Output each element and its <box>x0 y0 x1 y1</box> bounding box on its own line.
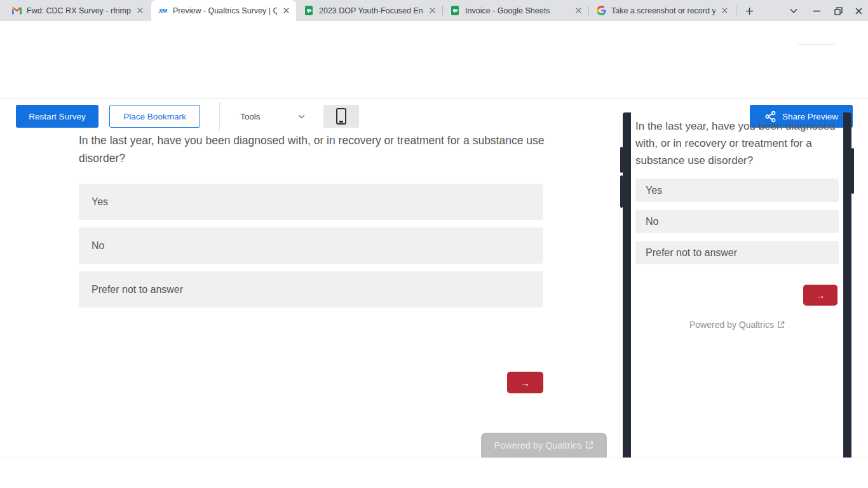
tools-dropdown[interactable]: Tools <box>229 105 311 128</box>
tab-separator <box>736 6 736 15</box>
phone-power-button <box>851 148 854 194</box>
tab-strip: Fwd: CDC RX Survey - rfrimpon XM Preview… <box>0 0 868 21</box>
new-tab-button[interactable] <box>741 3 757 19</box>
tab-title: 2023 DOP Youth-Focused Envi <box>319 6 423 15</box>
shelf: Jan 31 4:09 <box>0 458 868 488</box>
powered-by-qualtrics-link[interactable]: Powered by Qualtrics <box>481 433 607 458</box>
tab-title: Take a screenshot or record yo <box>611 6 715 15</box>
tab-title: Invoice - Google Sheets <box>465 6 569 15</box>
tab-sheets-dop[interactable]: 2023 DOP Youth-Focused Envi <box>297 0 442 21</box>
tab-separator <box>588 6 589 15</box>
tools-label: Tools <box>240 112 261 121</box>
close-icon[interactable] <box>281 6 291 16</box>
restart-survey-button[interactable]: Restart Survey <box>16 105 98 128</box>
minimize-button[interactable] <box>810 4 824 18</box>
close-window-button[interactable] <box>851 4 865 18</box>
qualtrics-xm-icon: XM <box>158 6 168 16</box>
tab-title: Fwd: CDC RX Survey - rfrimpon <box>27 6 131 15</box>
google-sheets-icon <box>450 6 460 16</box>
external-link-icon <box>585 441 593 449</box>
option-prefer-not-mobile[interactable]: Prefer not to answer <box>635 241 839 264</box>
google-icon <box>596 6 606 16</box>
phone-bezel-right <box>843 112 851 458</box>
chevron-down-icon <box>298 114 305 119</box>
survey-question-mobile: In the last year, have you been diagnose… <box>635 118 841 169</box>
close-icon[interactable] <box>135 6 145 16</box>
tab-google-search[interactable]: Take a screenshot or record yo <box>590 0 735 21</box>
maximize-button[interactable] <box>831 4 845 18</box>
survey-question: In the last year, have you been diagnose… <box>79 132 552 167</box>
phone-volume-down-button <box>620 175 623 208</box>
mobile-view-toggle[interactable] <box>323 105 359 128</box>
powered-by-qualtrics-link-mobile[interactable]: Powered by Qualtrics <box>631 320 843 330</box>
phone-bezel-left <box>623 112 631 458</box>
option-yes-mobile[interactable]: Yes <box>635 179 839 202</box>
tab-qualtrics-preview[interactable]: XM Preview - Qualtrics Survey | Qu <box>151 0 296 21</box>
gmail-icon <box>11 6 22 16</box>
powered-by-label: Powered by Qualtrics <box>689 320 774 330</box>
powered-by-label: Powered by Qualtrics <box>494 440 582 451</box>
close-icon[interactable] <box>573 6 583 16</box>
option-prefer-not[interactable]: Prefer not to answer <box>79 271 543 308</box>
option-no-mobile[interactable]: No <box>635 210 839 233</box>
smartphone-icon <box>336 108 346 125</box>
option-yes[interactable]: Yes <box>79 184 543 220</box>
tab-title: Preview - Qualtrics Survey | Qu <box>173 6 277 15</box>
screen: Fwd: CDC RX Survey - rfrimpon XM Preview… <box>0 0 868 488</box>
qualtrics-preview-toolbar: Restart Survey Place Bookmark Tools Shar… <box>0 44 868 99</box>
next-button[interactable]: → <box>507 372 543 393</box>
close-icon[interactable] <box>719 6 729 16</box>
tab-separator <box>442 6 443 15</box>
option-no[interactable]: No <box>79 227 543 264</box>
tab-sheets-invoice[interactable]: Invoice - Google Sheets <box>444 0 588 21</box>
next-button-mobile[interactable]: → <box>803 285 837 306</box>
google-sheets-icon <box>304 6 314 16</box>
external-link-icon <box>777 321 785 329</box>
close-icon[interactable] <box>427 6 437 16</box>
phone-volume-up-button <box>620 147 623 173</box>
browser-toolbar: lucid.co1.qualtrics.com/jfe/preview/prev… <box>0 21 868 44</box>
chevron-down-icon[interactable] <box>787 4 801 18</box>
tab-gmail[interactable]: Fwd: CDC RX Survey - rfrimpon <box>5 0 150 21</box>
place-bookmark-button[interactable]: Place Bookmark <box>109 105 200 128</box>
toolbar-divider <box>219 102 220 131</box>
